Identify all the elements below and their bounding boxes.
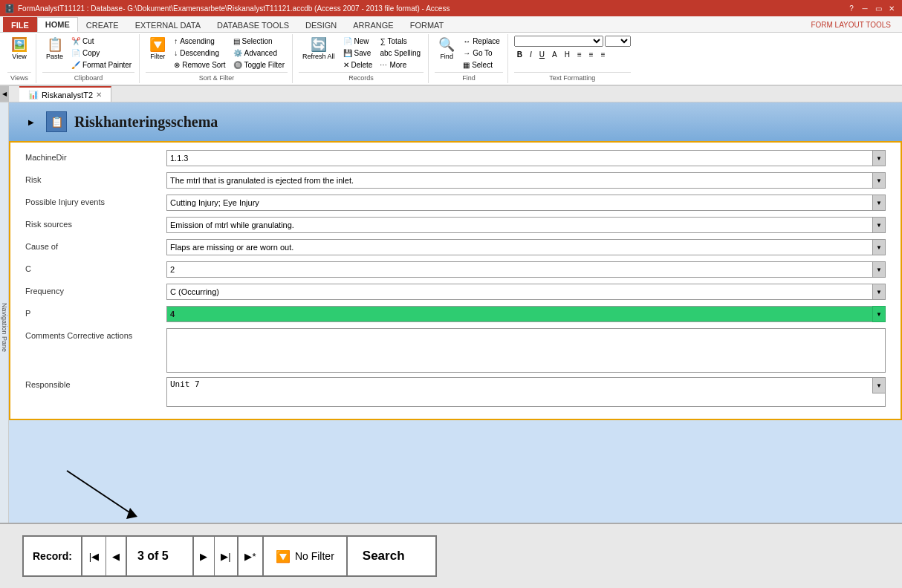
sort-col: ↑ Ascending ↓ Descending ⊗ Remove Sort (171, 36, 228, 71)
ribbon-tabs: FILE HOME CREATE EXTERNAL DATA DATABASE … (0, 16, 902, 33)
italic-btn[interactable]: I (527, 49, 535, 60)
tab-arrange[interactable]: ARRANGE (345, 17, 401, 32)
goto-btn[interactable]: → Go To (460, 48, 503, 59)
minimize-btn[interactable]: ─ (859, 2, 871, 14)
dropdown-frequency[interactable]: ▼ (872, 284, 886, 300)
input-cause[interactable] (166, 239, 886, 255)
find-btn[interactable]: 🔍 Find (435, 36, 458, 62)
select-btn[interactable]: ▦ Select (460, 59, 503, 71)
doc-tab-close-btn[interactable]: ✕ (96, 91, 102, 99)
cut-btn[interactable]: ✂️ Cut (68, 36, 134, 47)
input-p[interactable] (166, 306, 886, 322)
zoom-no-filter-btn[interactable]: 🔽 No Filter (264, 535, 348, 577)
align-right-btn[interactable]: ≡ (598, 49, 609, 60)
input-responsible[interactable]: Unit 7 (166, 377, 886, 407)
restore-btn[interactable]: ▭ (872, 2, 884, 14)
toggle-filter-btn[interactable]: 🔘 Toggle Filter (230, 59, 288, 71)
view-icon: 🖼️ (11, 38, 27, 51)
font-size-select[interactable] (605, 36, 631, 47)
zoom-next-btn[interactable]: ▶ (194, 537, 215, 575)
records-content: 🔄 Refresh All 📄 New 💾 Save ✕ Delete (299, 36, 424, 71)
tab-external-data[interactable]: EXTERNAL DATA (127, 17, 209, 32)
form-row-c: C ▼ (25, 261, 886, 281)
dropdown-risk[interactable]: ▼ (872, 172, 886, 189)
dropdown-responsible[interactable]: ▼ (872, 377, 886, 393)
selection-btn[interactable]: ▤ Selection (230, 36, 288, 47)
nav-pane-label: Navigation Pane (1, 303, 8, 352)
dropdown-c[interactable]: ▼ (872, 261, 886, 278)
tab-home[interactable]: HOME (37, 17, 78, 32)
zoom-new-btn[interactable]: ▶* (239, 537, 262, 575)
zoom-last-btn[interactable]: ▶| (215, 537, 239, 575)
input-injury-events[interactable] (166, 195, 886, 211)
app-icon: 🗄️ (4, 4, 15, 13)
input-frequency[interactable] (166, 284, 886, 300)
input-c[interactable] (166, 261, 886, 278)
zoom-first-btn[interactable]: |◀ (82, 537, 106, 575)
paste-btn[interactable]: 📋 Paste (42, 36, 67, 62)
text-formatting-label: Text Formatting (514, 72, 631, 82)
advanced-label: Advanced (244, 49, 277, 57)
remove-sort-btn[interactable]: ⊗ Remove Sort (171, 59, 228, 71)
select-icon: ▦ (463, 61, 470, 69)
spelling-btn[interactable]: abc Spelling (377, 48, 424, 59)
refresh-btn[interactable]: 🔄 Refresh All (299, 36, 339, 62)
find-content: 🔍 Find ↔️ Replace → Go To ▦ Select (435, 36, 503, 71)
tab-create[interactable]: CREATE (78, 17, 127, 32)
descending-btn[interactable]: ↓ Descending (171, 48, 228, 59)
zoom-prev-btn[interactable]: ◀ (106, 537, 127, 575)
doc-tab-riskanalyst[interactable]: 📊 RiskanalystT2 ✕ (19, 86, 111, 102)
new-record-btn[interactable]: 📄 New (340, 36, 376, 47)
input-comments[interactable] (166, 328, 886, 373)
sort-filter-content: 🔽 Filter ↑ Ascending ↓ Descending ⊗ Remo… (146, 36, 288, 71)
ascending-icon: ↑ (174, 37, 178, 45)
dropdown-injury-events[interactable]: ▼ (872, 195, 886, 211)
select-label: Select (472, 61, 493, 69)
dropdown-risk-sources[interactable]: ▼ (872, 217, 886, 233)
field-comments (166, 328, 886, 374)
copy-btn[interactable]: 📄 Copy (68, 48, 134, 59)
format-painter-btn[interactable]: 🖌️ Format Painter (68, 59, 134, 71)
sort-filter-group-label: Sort & Filter (146, 72, 288, 82)
underline-btn[interactable]: U (536, 49, 548, 60)
dropdown-p[interactable]: ▼ (872, 306, 886, 322)
align-left-btn[interactable]: ≡ (574, 49, 585, 60)
filter-btn[interactable]: 🔽 Filter (146, 36, 169, 62)
totals-label: Totals (388, 37, 407, 45)
cut-icon: ✂️ (71, 37, 80, 45)
font-color-btn[interactable]: A (549, 49, 560, 60)
tab-design[interactable]: DESIGN (297, 17, 345, 32)
more-btn[interactable]: ⋯ More (377, 59, 424, 71)
input-risk-sources[interactable] (166, 217, 886, 233)
tab-database-tools[interactable]: DATABASE TOOLS (209, 17, 297, 32)
input-machinedir[interactable] (166, 150, 886, 166)
highlight-btn[interactable]: H (562, 49, 573, 60)
dropdown-cause[interactable]: ▼ (872, 239, 886, 255)
save-btn[interactable]: 💾 Save (340, 48, 376, 59)
nav-pane-toggle[interactable]: ◀ (0, 86, 9, 102)
ascending-btn[interactable]: ↑ Ascending (171, 36, 228, 47)
tab-format[interactable]: FORMAT (402, 17, 452, 32)
navigation-pane[interactable]: Navigation Pane (0, 102, 9, 552)
advanced-btn[interactable]: ⚙️ Advanced (230, 48, 288, 59)
descending-label: Descending (180, 49, 219, 57)
delete-btn[interactable]: ✕ Delete (340, 59, 376, 71)
row-arrow: ▶ (28, 118, 34, 126)
close-btn[interactable]: ✕ (886, 2, 898, 14)
input-risk[interactable] (166, 172, 886, 189)
zoom-search-btn[interactable]: Search (348, 535, 437, 577)
help-btn[interactable]: ? (846, 2, 857, 14)
align-center-btn[interactable]: ≡ (586, 49, 597, 60)
format-painter-label: Format Painter (82, 61, 132, 69)
form-icon-symbol: 📋 (51, 116, 63, 128)
view-btn[interactable]: 🖼️ View (7, 36, 31, 62)
tab-form-layout-tools[interactable]: FORM LAYOUT TOOLS (802, 17, 899, 32)
tab-file[interactable]: FILE (3, 17, 37, 32)
dropdown-machinedir[interactable]: ▼ (872, 150, 886, 166)
advanced-icon: ⚙️ (233, 49, 242, 57)
copy-icon: 📄 (71, 49, 80, 57)
totals-btn[interactable]: ∑ Totals (377, 36, 424, 47)
font-select[interactable] (514, 36, 603, 47)
bold-btn[interactable]: B (514, 49, 525, 60)
replace-btn[interactable]: ↔️ Replace (460, 36, 503, 47)
